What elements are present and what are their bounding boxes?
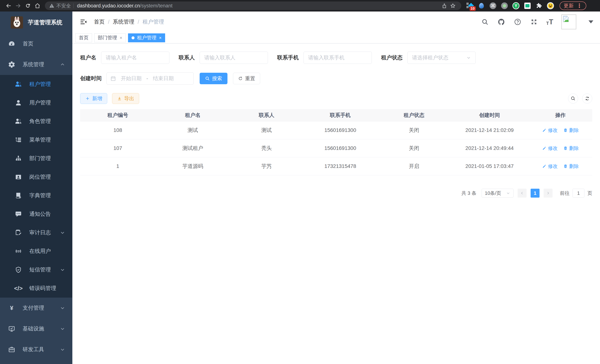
- sidebar-item-role[interactable]: 角色管理: [0, 112, 72, 131]
- tenant-created: 2021-01-05 17:03:47: [450, 163, 529, 169]
- edit-link[interactable]: 修改: [542, 145, 558, 152]
- shield-icon: [14, 265, 23, 274]
- page-size-value: 10条/页: [485, 190, 501, 196]
- reset-button[interactable]: 重置: [233, 73, 260, 84]
- avatar-caret-icon[interactable]: [589, 20, 593, 23]
- row-actions: 修改 删除: [529, 145, 592, 152]
- prev-page-button[interactable]: [518, 189, 526, 198]
- sidebar-fold-button[interactable]: [79, 18, 88, 26]
- sidebar-logo-row[interactable]: 芋道管理系统: [0, 11, 72, 33]
- puzzle-icon: [536, 3, 542, 9]
- sidebar-item-dept[interactable]: 部门管理: [0, 149, 72, 168]
- rabbit-logo-icon: [11, 16, 23, 28]
- sidebar-item-label: 系统管理: [23, 61, 44, 68]
- edit-icon: [542, 146, 547, 150]
- sidebar-item-home[interactable]: 首页: [0, 33, 72, 54]
- breadcrumb-separator: /: [138, 19, 139, 25]
- close-icon[interactable]: ×: [159, 35, 162, 40]
- browser-back-button[interactable]: [4, 1, 13, 10]
- browser-menu-icon[interactable]: ⋮: [577, 3, 582, 9]
- users-icon: [14, 80, 23, 88]
- address-bar[interactable]: 不安全 dashboard.yudao.iocoder.cn/system/te…: [45, 1, 461, 10]
- delete-link[interactable]: 删除: [563, 163, 579, 169]
- sidebar-item-dict[interactable]: 字典管理: [0, 186, 72, 205]
- browser-profile-avatar[interactable]: [547, 2, 554, 9]
- browser-update-button[interactable]: 更新 ⋮: [560, 1, 586, 10]
- extension-balloon[interactable]: [478, 2, 485, 9]
- fullscreen-button[interactable]: [530, 18, 538, 26]
- sidebar-item-online-users[interactable]: 在线用户: [0, 242, 72, 261]
- bookmark-button[interactable]: [449, 1, 457, 10]
- contact-input[interactable]: [204, 55, 263, 61]
- sidebar-item-label: 通知公告: [29, 210, 51, 218]
- edit-link-label: 修改: [548, 145, 558, 152]
- header-search-button[interactable]: [481, 18, 489, 26]
- app-title: 芋道管理系统: [28, 19, 62, 26]
- tab-dept[interactable]: 部门管理 ×: [94, 33, 126, 42]
- tenant-name-input[interactable]: [106, 55, 165, 61]
- back-arrow-icon: [5, 2, 12, 9]
- sidebar-item-infra[interactable]: 基础设施: [0, 318, 72, 339]
- browser-home-button[interactable]: [33, 1, 42, 10]
- breadcrumb-system[interactable]: 系统管理: [113, 18, 134, 26]
- font-size-button[interactable]: TT: [546, 18, 553, 26]
- sidebar-item-notice[interactable]: 通知公告: [0, 205, 72, 223]
- reset-button-label: 重置: [245, 75, 255, 82]
- edit-link[interactable]: 修改: [542, 127, 558, 134]
- row-actions: 修改 删除: [529, 163, 592, 169]
- refresh-table-button[interactable]: [582, 93, 592, 103]
- sidebar-item-dev-tools[interactable]: 研发工具: [0, 339, 72, 360]
- tab-label: 租户管理: [137, 35, 156, 41]
- create-time-range-picker[interactable]: 开始日期 - 结束日期: [106, 72, 194, 84]
- app-logo: [11, 16, 23, 28]
- extension-y[interactable]: Y: [512, 2, 519, 9]
- sidebar-item-post[interactable]: 岗位管理: [0, 168, 72, 186]
- column-header: 租户名: [155, 112, 230, 119]
- edit-link[interactable]: 修改: [542, 163, 558, 169]
- goto-page-input[interactable]: [572, 189, 584, 198]
- chevron-down-icon: [506, 191, 510, 195]
- sidebar-item-pay[interactable]: ¥ 支付管理: [0, 298, 72, 318]
- sidebar-item-label: 角色管理: [29, 118, 51, 125]
- sidebar-item-audit-log[interactable]: 审计日志: [0, 223, 72, 242]
- sidebar-item-sms[interactable]: 短信管理: [0, 261, 72, 279]
- tab-tenant[interactable]: 租户管理 ×: [128, 33, 165, 42]
- share-button[interactable]: [440, 1, 449, 10]
- close-icon[interactable]: ×: [120, 35, 122, 40]
- browser-forward-button[interactable]: [13, 1, 23, 10]
- extension-square-icon: [466, 3, 469, 5]
- add-button[interactable]: 新增: [80, 93, 107, 104]
- extension-recorder[interactable]: [501, 2, 508, 9]
- sidebar-item-user[interactable]: 用户管理: [0, 93, 72, 112]
- status-label: 租户状态: [381, 54, 403, 61]
- sidebar-item-tenant[interactable]: 租户管理: [0, 75, 72, 93]
- user-avatar[interactable]: [562, 14, 576, 29]
- page-number-button[interactable]: 1: [531, 189, 540, 198]
- extension-area: 10 ⌘ Y: [466, 2, 554, 9]
- github-button[interactable]: [497, 18, 505, 26]
- extensions-menu-button[interactable]: [535, 2, 543, 9]
- tab-home[interactable]: 首页: [75, 33, 92, 42]
- online-users-icon: [14, 247, 23, 255]
- extension-chat[interactable]: [524, 2, 531, 9]
- search-button[interactable]: 搜索: [200, 73, 227, 84]
- chevron-down-icon: [60, 267, 65, 272]
- breadcrumb-home[interactable]: 首页: [94, 18, 105, 26]
- search-icon: [205, 76, 210, 81]
- delete-link[interactable]: 删除: [563, 145, 579, 152]
- export-button[interactable]: 导出: [112, 93, 139, 104]
- sidebar-item-menu[interactable]: 菜单管理: [0, 131, 72, 149]
- help-button[interactable]: [514, 18, 522, 26]
- mobile-input[interactable]: [308, 55, 367, 61]
- browser-reload-button[interactable]: [23, 1, 33, 10]
- next-page-button[interactable]: [544, 189, 553, 198]
- status-select[interactable]: 请选择租户状态: [407, 52, 476, 64]
- extension-command[interactable]: ⌘: [489, 2, 497, 9]
- page-size-select[interactable]: 10条/页: [482, 189, 514, 198]
- delete-link[interactable]: 删除: [563, 127, 579, 134]
- sidebar-item-label: 错误码管理: [29, 285, 56, 292]
- show-search-button[interactable]: [568, 93, 578, 103]
- sidebar-item-error-code[interactable]: </> 错误码管理: [0, 279, 72, 298]
- extension-blue-diamond[interactable]: 10: [466, 2, 473, 9]
- sidebar-item-system[interactable]: 系统管理: [0, 54, 72, 75]
